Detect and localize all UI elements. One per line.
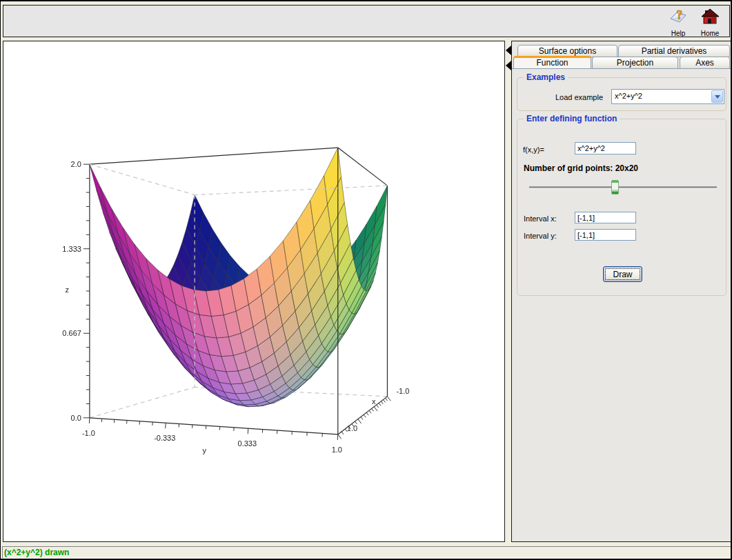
fxy-input[interactable] <box>575 142 636 154</box>
app-window: ? Help Home Surface options Partial deri… <box>0 0 732 560</box>
draw-button[interactable]: Draw <box>603 266 642 282</box>
examples-group-title: Examples <box>524 72 568 82</box>
interval-x-label: Interval x: <box>524 214 557 223</box>
home-label: Home <box>694 30 726 37</box>
collapse-left-arrow-icon-2[interactable] <box>506 61 511 70</box>
fxy-label: f(x,y)= <box>523 146 544 154</box>
home-button[interactable]: Home <box>694 8 726 36</box>
interval-x-input[interactable] <box>575 212 636 223</box>
svg-text:?: ? <box>676 8 682 22</box>
defining-function-groupbox: Enter defining function f(x,y)= Number o… <box>517 119 726 296</box>
help-button[interactable]: ? Help <box>662 8 694 36</box>
interval-y-input[interactable] <box>575 229 636 241</box>
tab-function[interactable]: Function <box>513 56 591 69</box>
load-example-label: Load example <box>520 93 603 101</box>
grid-points-slider-thumb[interactable] <box>611 180 619 194</box>
function-tab-content: Examples Load example x^2+y^2 Enter defi… <box>512 68 731 541</box>
load-example-dropdown[interactable]: x^2+y^2 <box>611 89 724 104</box>
load-example-value: x^2+y^2 <box>615 92 642 100</box>
grid-points-slider-track[interactable] <box>529 186 717 189</box>
status-field: (x^2+y^2) drawn <box>2 546 731 559</box>
dropdown-button[interactable] <box>711 90 723 103</box>
interval-y-label: Interval y: <box>524 232 557 240</box>
tab-projection[interactable]: Projection <box>592 57 678 69</box>
grid-points-label: Number of grid points: 20x20 <box>524 163 638 173</box>
side-panel: Surface options Partial derivatives Func… <box>511 41 731 542</box>
status-message: (x^2+y^2) drawn <box>4 548 69 557</box>
surface-plot-canvas[interactable] <box>3 41 504 541</box>
splitpane-divider[interactable] <box>505 41 511 542</box>
plot-panel <box>3 41 505 542</box>
collapse-left-arrow-icon[interactable] <box>506 46 511 55</box>
tab-partial-derivatives[interactable]: Partial derivatives <box>618 45 730 57</box>
home-icon <box>701 8 720 26</box>
examples-groupbox: Examples Load example x^2+y^2 <box>517 77 726 111</box>
help-label: Help <box>662 30 694 37</box>
chevron-down-icon <box>715 95 720 99</box>
help-icon: ? <box>669 8 688 26</box>
function-group-title: Enter defining function <box>524 114 620 123</box>
status-bar: (x^2+y^2) drawn <box>1 543 731 560</box>
tab-axes[interactable]: Axes <box>680 57 730 69</box>
toolbar: ? Help Home <box>3 5 730 37</box>
